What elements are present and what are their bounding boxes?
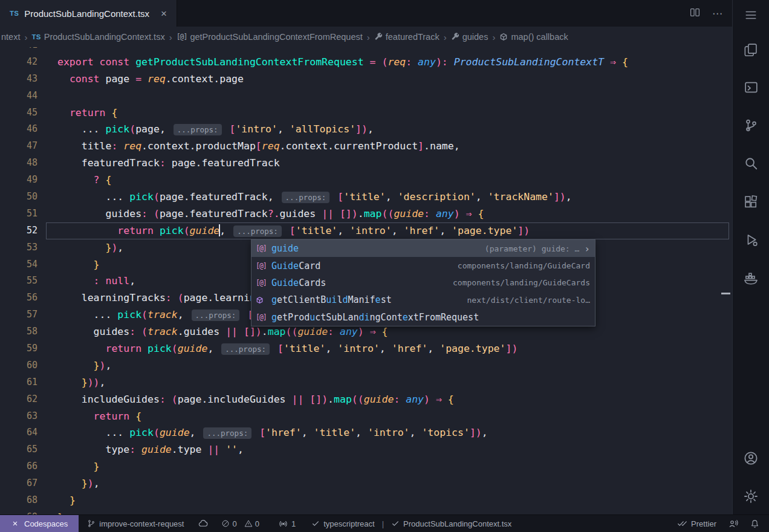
line-number[interactable]: 64 — [0, 424, 37, 441]
line-number[interactable]: 59 — [0, 340, 37, 357]
breadcrumb-item-function[interactable]: [@] getProductSubLandingContextFromReque… — [177, 32, 363, 42]
menu-icon[interactable] — [733, 0, 769, 30]
extensions-icon[interactable] — [733, 183, 769, 221]
suggest-item[interactable]: [@]getProductSubLandingContextFromReques… — [251, 309, 595, 326]
copy-icon[interactable] — [733, 30, 769, 68]
line-content[interactable] — [37, 47, 57, 54]
line-number[interactable]: 51 — [0, 206, 37, 222]
line-content[interactable]: return { — [37, 408, 141, 425]
line-number[interactable]: 49 — [0, 172, 37, 189]
code-line[interactable]: 46 ... pick(page, ...props: ['intro', 'a… — [0, 121, 733, 138]
line-content[interactable]: return pick(guide, ...props: ['title', '… — [37, 222, 530, 239]
tab-close-icon[interactable]: × — [161, 8, 167, 19]
code-line[interactable]: 49 ? { — [0, 172, 733, 189]
code-line[interactable]: 41 — [0, 47, 733, 54]
line-content[interactable]: ... pick(guide, ...props: ['href', 'titl… — [37, 424, 488, 441]
line-content[interactable]: featuredTrack: page.featuredTrack — [37, 155, 280, 172]
breadcrumb-item-featuredtrack[interactable]: featuredTrack — [374, 32, 440, 42]
line-number[interactable]: 46 — [0, 121, 37, 138]
line-number[interactable]: 56 — [0, 290, 37, 307]
run-debug-icon[interactable] — [733, 221, 769, 259]
code-line[interactable]: 42export const getProductSubLandingConte… — [0, 54, 733, 71]
suggest-item[interactable]: [@]GuideCardscomponents/landing/GuideCar… — [251, 274, 595, 291]
line-number[interactable]: 42 — [0, 54, 37, 71]
code-line[interactable]: 64 ... pick(guide, ...props: ['href', 't… — [0, 424, 733, 441]
line-content[interactable]: return { — [37, 105, 117, 122]
line-content[interactable]: } — [37, 256, 100, 273]
code-line[interactable]: 68 } — [0, 492, 733, 509]
bell-icon[interactable] — [750, 519, 759, 528]
problems-button[interactable]: 0 0 — [221, 519, 264, 528]
file-status[interactable]: ProductSubLandingContext.tsx — [391, 519, 511, 528]
line-content[interactable]: const page = req.context.page — [37, 71, 244, 88]
source-control-icon[interactable] — [733, 106, 769, 144]
code-line[interactable]: 51 guides: (page.featuredTrack?.guides |… — [0, 206, 733, 222]
code-line[interactable]: 45 return { — [0, 105, 733, 122]
code-line[interactable]: 50 ... pick(page.featuredTrack, ...props… — [0, 189, 733, 206]
search-icon[interactable] — [733, 144, 769, 183]
git-branch-button[interactable]: improve-context-request — [87, 519, 184, 528]
terminal-icon[interactable] — [733, 68, 769, 106]
line-number[interactable]: 65 — [0, 441, 37, 458]
line-number[interactable]: 45 — [0, 105, 37, 122]
code-line[interactable]: 48 featuredTrack: page.featuredTrack — [0, 155, 733, 172]
feedback-icon[interactable] — [728, 519, 738, 528]
suggest-item[interactable]: [@]guide(parameter) guide: …› — [251, 240, 595, 257]
code-line[interactable]: 47 title: req.context.productMap[req.con… — [0, 138, 733, 155]
line-number[interactable]: 55 — [0, 273, 37, 290]
line-number[interactable]: 47 — [0, 138, 37, 155]
split-editor-icon[interactable] — [690, 7, 700, 20]
account-icon[interactable] — [733, 439, 769, 477]
line-content[interactable]: ... pick(page, ...props: ['intro', 'allT… — [37, 121, 374, 138]
line-number[interactable]: 52 — [0, 222, 37, 239]
line-number[interactable]: 63 — [0, 408, 37, 425]
tab-productsublandingcontext[interactable]: TS ProductSubLandingContext.tsx × — [0, 0, 177, 27]
line-number[interactable]: 68 — [0, 492, 37, 509]
line-number[interactable]: 67 — [0, 475, 37, 492]
line-content[interactable]: export const getProductSubLandingContext… — [37, 54, 628, 71]
line-content[interactable]: title: req.context.productMap[req.contex… — [37, 138, 460, 155]
code-line[interactable]: 59 return pick(guide, ...props: ['title'… — [0, 340, 733, 357]
line-content[interactable]: }), — [37, 239, 123, 256]
line-content[interactable]: includeGuides: (page.includeGuides || []… — [37, 391, 454, 408]
code-line[interactable]: 62 includeGuides: (page.includeGuides ||… — [0, 391, 733, 408]
line-number[interactable]: 58 — [0, 323, 37, 340]
code-line[interactable]: 66 } — [0, 458, 733, 475]
code-line[interactable]: 67 }), — [0, 475, 733, 492]
line-number[interactable]: 60 — [0, 357, 37, 374]
line-number[interactable]: 61 — [0, 374, 37, 391]
docker-icon[interactable] — [733, 259, 769, 297]
line-number[interactable]: 41 — [0, 47, 37, 54]
line-content[interactable]: type: guide.type || '', — [37, 441, 244, 458]
code-line[interactable]: 52 return pick(guide, ...props: ['title'… — [0, 222, 733, 239]
ports-button[interactable]: 1 — [279, 519, 296, 528]
sync-cloud-button[interactable] — [198, 519, 208, 528]
line-number[interactable]: 44 — [0, 88, 37, 105]
codespaces-remote-button[interactable]: Codespaces — [0, 515, 79, 532]
line-content[interactable]: ? { — [37, 172, 111, 189]
code-line[interactable]: 60 }), — [0, 357, 733, 374]
line-number[interactable]: 53 — [0, 239, 37, 256]
line-content[interactable] — [37, 88, 57, 105]
breadcrumb-item-map-callback[interactable]: map() callback — [499, 32, 568, 42]
line-number[interactable]: 43 — [0, 71, 37, 88]
more-actions-icon[interactable]: ⋯ — [712, 7, 723, 20]
line-content[interactable]: return pick(guide, ...props: ['title', '… — [37, 340, 518, 357]
line-content[interactable]: } — [37, 458, 100, 475]
line-content[interactable]: } — [37, 492, 76, 509]
line-content[interactable]: : null, — [37, 273, 135, 290]
suggest-item[interactable]: [@]GuideCardcomponents/landing/GuideCard — [251, 257, 595, 274]
line-content[interactable]: }), — [37, 357, 111, 374]
code-line[interactable]: 61 })), — [0, 374, 733, 391]
breadcrumb-item-file[interactable]: TS ProductSubLandingContext.tsx — [31, 32, 164, 42]
line-number[interactable]: 62 — [0, 391, 37, 408]
code-line[interactable]: 65 type: guide.type || '', — [0, 441, 733, 458]
language-status[interactable]: typescriptreact — [311, 519, 375, 528]
line-number[interactable]: 57 — [0, 307, 37, 323]
breadcrumb-item-folder[interactable]: ntext — [1, 32, 20, 42]
suggest-item[interactable]: getClientBuildManifestnext/dist/client/r… — [251, 291, 595, 308]
line-number[interactable]: 54 — [0, 256, 37, 273]
line-content[interactable]: ... pick(page.featuredTrack, ...props: [… — [37, 189, 572, 206]
suggest-more-chevron[interactable]: › — [584, 243, 590, 255]
breadcrumb-item-guides[interactable]: guides — [451, 32, 488, 42]
